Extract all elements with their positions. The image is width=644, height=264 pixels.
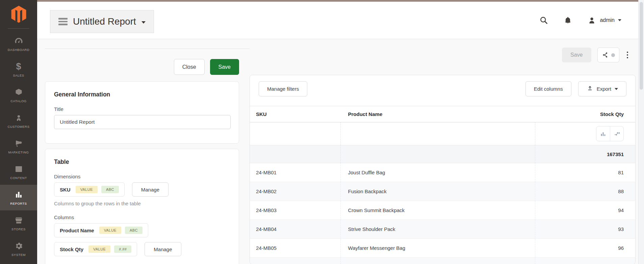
sidebar-item-content[interactable]: CONTENT bbox=[0, 159, 37, 185]
edit-columns-button[interactable]: Edit columns bbox=[525, 81, 571, 96]
filter-cell-sku[interactable] bbox=[250, 122, 341, 145]
cell-qty: 81 bbox=[535, 163, 635, 182]
dashboard-gauge-icon bbox=[14, 36, 23, 46]
user-menu[interactable]: admin bbox=[587, 16, 621, 25]
sidebar-item-sales[interactable]: $ SALES bbox=[0, 57, 37, 82]
export-caret-icon bbox=[615, 88, 618, 90]
header-stock-qty[interactable]: Stock Qty bbox=[535, 106, 635, 122]
manage-filters-button[interactable]: Manage filters bbox=[259, 81, 307, 96]
cell-sku: 24-MB05 bbox=[250, 239, 341, 257]
table-total-row: 167351 bbox=[250, 145, 635, 163]
main-content: Save Close Save General Information Titl… bbox=[37, 39, 638, 264]
stores-storefront-icon bbox=[14, 216, 23, 225]
share-status-dot bbox=[611, 53, 615, 57]
cell-sku: 24-MB04 bbox=[250, 220, 341, 238]
cell-qty: 88 bbox=[535, 182, 635, 201]
filter-cell-product[interactable] bbox=[341, 122, 536, 145]
user-name: admin bbox=[600, 17, 615, 23]
page-title: Untitled Report bbox=[73, 16, 136, 27]
table-filter-row bbox=[250, 122, 635, 145]
sidebar-item-customers[interactable]: CUSTOMERS bbox=[0, 108, 37, 134]
table-row[interactable]: 24-MB04 Strive Shoulder Pack 93 bbox=[250, 220, 635, 239]
export-upload-icon bbox=[587, 85, 593, 93]
topbar: Untitled Report admin bbox=[37, 2, 638, 39]
topbar-actions: admin bbox=[539, 2, 621, 39]
notifications-bell-icon[interactable] bbox=[563, 16, 572, 25]
close-button[interactable]: Close bbox=[174, 59, 205, 75]
cell-product: Crown Summit Backpack bbox=[341, 201, 536, 219]
bar-chart-toggle-icon[interactable] bbox=[596, 126, 610, 141]
qty-view-toggle bbox=[596, 126, 624, 141]
share-icon bbox=[602, 52, 609, 58]
reports-chart-icon bbox=[14, 190, 23, 199]
dimension-field-sku[interactable]: SKU VALUE ABC bbox=[54, 182, 125, 197]
sidebar-divider bbox=[8, 28, 29, 29]
table-row[interactable]: 24-MB01 Joust Duffle Bag 81 bbox=[250, 163, 635, 182]
sidebar-item-reports[interactable]: REPORTS bbox=[0, 185, 37, 210]
cell-product: Fusion Backpack bbox=[341, 182, 536, 201]
sidebar-item-marketing[interactable]: MARKETING bbox=[0, 134, 37, 159]
system-gear-icon bbox=[14, 241, 23, 251]
export-button[interactable]: Export bbox=[578, 81, 626, 96]
header-sku[interactable]: SKU bbox=[250, 106, 341, 122]
sidebar-item-catalog[interactable]: CATALOG bbox=[0, 82, 37, 108]
content-layout-icon bbox=[14, 165, 23, 174]
table-row[interactable]: 24-MB03 Crown Summit Backpack 94 bbox=[250, 201, 635, 220]
editor-divider bbox=[45, 49, 250, 49]
sidebar-item-system[interactable]: SYSTEM bbox=[0, 236, 37, 262]
sales-dollar-icon: $ bbox=[14, 62, 23, 71]
report-save-button[interactable]: Save bbox=[562, 48, 591, 62]
cell-qty: 96 bbox=[535, 239, 635, 257]
report-preview-card: Manage filters Edit columns Export SKU P… bbox=[250, 75, 636, 264]
column-field-stock-qty[interactable]: Stock Qty VALUE #.## bbox=[54, 242, 137, 256]
table-header-row: SKU Product Name Stock Qty bbox=[250, 106, 635, 122]
sidebar-item-stores[interactable]: STORES bbox=[0, 210, 37, 236]
scrollbar-thumb[interactable] bbox=[640, 2, 643, 90]
abc-chip: ABC bbox=[125, 227, 143, 234]
table-row[interactable]: 24-MB02 Fusion Backpack 88 bbox=[250, 182, 635, 201]
value-chip: VALUE bbox=[99, 227, 121, 234]
general-information-heading: General Information bbox=[54, 91, 230, 98]
manage-dimensions-button[interactable]: Manage bbox=[132, 182, 169, 197]
share-button[interactable] bbox=[597, 48, 619, 62]
header-product-name[interactable]: Product Name bbox=[341, 106, 536, 122]
search-icon[interactable] bbox=[539, 16, 548, 25]
editor-actions: Close Save bbox=[45, 59, 239, 75]
more-options-kebab-icon[interactable] bbox=[625, 50, 630, 61]
number-format-chip: #.## bbox=[114, 245, 131, 253]
magento-logo-icon[interactable] bbox=[0, 0, 37, 28]
sidebar-nav: DASHBOARD $ SALES CATALOG CUSTOMERS bbox=[0, 31, 37, 262]
value-chip: VALUE bbox=[88, 245, 110, 253]
column-field-product-name[interactable]: Product Name VALUE ABC bbox=[54, 223, 148, 237]
manage-columns-button[interactable]: Manage bbox=[145, 242, 181, 256]
cell-product: Joust Duffle Bag bbox=[341, 163, 536, 182]
sidebar: DASHBOARD $ SALES CATALOG CUSTOMERS bbox=[0, 0, 37, 264]
value-chip: VALUE bbox=[76, 186, 98, 193]
save-button[interactable]: Save bbox=[210, 59, 239, 75]
cell-qty: 93 bbox=[535, 220, 635, 238]
title-input[interactable] bbox=[54, 115, 231, 129]
cell-product: Strive Shoulder Pack bbox=[341, 220, 536, 238]
table-heading: Table bbox=[54, 158, 230, 166]
filter-cell-qty bbox=[535, 122, 635, 145]
columns-label: Columns bbox=[54, 214, 230, 220]
cell-sku: 24-MB02 bbox=[250, 182, 341, 201]
cell-sku: 24-MB01 bbox=[250, 163, 341, 182]
report-toolbar: Manage filters Edit columns Export bbox=[250, 75, 635, 106]
table-settings-card: Table Dimensions SKU VALUE ABC Manage Co… bbox=[45, 149, 239, 264]
report-title-menu[interactable]: Untitled Report bbox=[50, 10, 154, 33]
cell-qty: 94 bbox=[535, 201, 635, 219]
sidebar-item-dashboard[interactable]: DASHBOARD bbox=[0, 31, 37, 57]
total-stock-qty: 167351 bbox=[535, 145, 635, 163]
table-row[interactable]: 24-MB05 Wayfarer Messenger Bag 96 bbox=[250, 239, 635, 258]
general-information-card: General Information Title bbox=[45, 81, 239, 144]
dimensions-help-text: Columns to group the rows in the table bbox=[54, 201, 230, 206]
cell-product: Wayfarer Messenger Bag bbox=[341, 239, 536, 257]
cell-sku: 24-MB03 bbox=[250, 201, 341, 219]
magento-admin-screen: DASHBOARD $ SALES CATALOG CUSTOMERS bbox=[0, 0, 644, 264]
chevron-down-icon bbox=[141, 21, 146, 24]
page-scrollbar[interactable] bbox=[638, 0, 644, 264]
dimensions-label: Dimensions bbox=[54, 174, 230, 179]
merge-arrows-toggle-icon[interactable] bbox=[610, 126, 623, 141]
menu-icon bbox=[58, 18, 68, 25]
